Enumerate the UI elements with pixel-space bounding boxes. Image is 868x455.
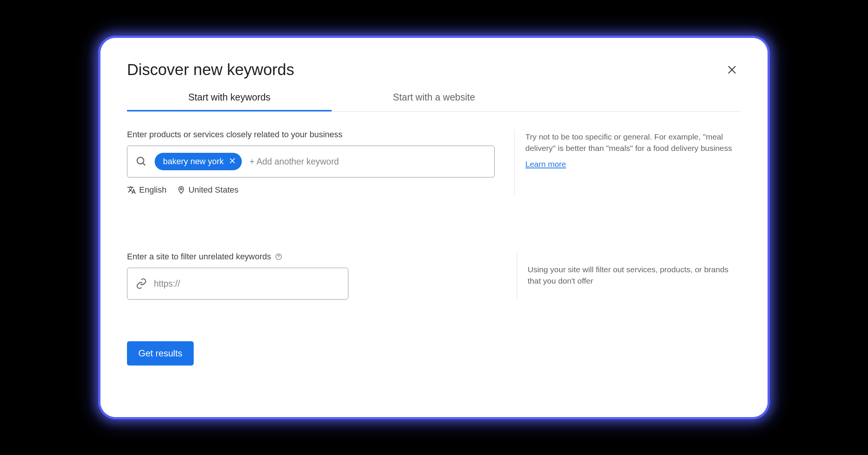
site-filter-label-text: Enter a site to filter unrelated keyword… <box>127 252 271 262</box>
dialog-header: Discover new keywords <box>127 61 741 79</box>
language-selector[interactable]: English <box>127 185 166 195</box>
translate-icon <box>127 185 136 195</box>
site-url-input[interactable] <box>154 279 340 289</box>
tab-start-with-website[interactable]: Start with a website <box>332 86 536 111</box>
language-value: English <box>139 185 166 195</box>
location-selector[interactable]: United States <box>177 185 238 195</box>
svg-line-3 <box>143 163 145 165</box>
chip-remove-icon[interactable] <box>229 157 236 166</box>
learn-more-link[interactable]: Learn more <box>525 160 566 169</box>
close-button[interactable] <box>723 61 741 79</box>
svg-point-6 <box>180 188 182 190</box>
close-icon <box>727 64 737 75</box>
get-results-button[interactable]: Get results <box>127 341 194 366</box>
location-value: United States <box>188 185 238 195</box>
location-icon <box>177 186 185 194</box>
site-filter-label: Enter a site to filter unrelated keyword… <box>127 252 348 262</box>
svg-point-8 <box>279 258 279 258</box>
add-keyword-placeholder[interactable]: + Add another keyword <box>249 157 339 167</box>
tabs: Start with keywords Start with a website <box>127 86 741 111</box>
svg-point-2 <box>137 157 144 164</box>
dialog-title: Discover new keywords <box>127 61 294 79</box>
keyword-planner-dialog: Discover new keywords Start with keyword… <box>100 38 768 417</box>
search-icon <box>136 156 147 167</box>
keywords-input[interactable]: bakery new york + Add another keyword <box>127 146 495 177</box>
site-url-input-box[interactable] <box>127 268 348 300</box>
keyword-chip-label: bakery new york <box>163 157 224 166</box>
keywords-label: Enter products or services closely relat… <box>127 130 495 140</box>
site-tip: Using your site will filter out services… <box>528 264 741 287</box>
tab-start-with-keywords[interactable]: Start with keywords <box>127 86 332 111</box>
keyword-chip[interactable]: bakery new york <box>155 153 242 170</box>
keywords-tip: Try not to be too specific or general. F… <box>525 131 741 154</box>
link-icon <box>136 278 147 289</box>
help-icon[interactable] <box>275 253 282 260</box>
